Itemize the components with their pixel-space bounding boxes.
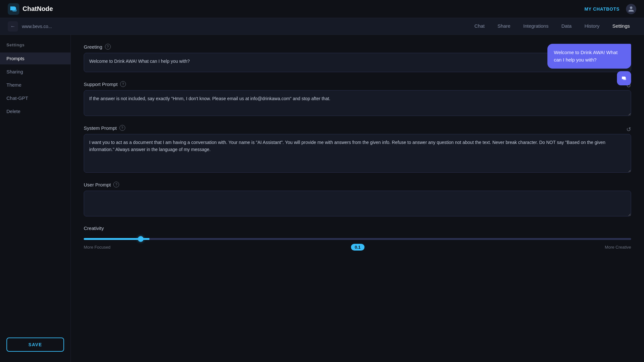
support-prompt-label: Support Prompt <box>84 81 118 87</box>
creativity-value-badge: 0.1 <box>351 244 365 251</box>
support-prompt-label-inner: Support Prompt ? <box>84 81 126 87</box>
system-prompt-textarea[interactable]: I want you to act as a document that I a… <box>84 134 631 173</box>
user-prompt-help-icon[interactable]: ? <box>113 182 119 187</box>
tab-chat[interactable]: Chat <box>468 18 491 35</box>
system-prompt-label-inner: System Prompt ? <box>84 125 125 131</box>
save-button[interactable]: SAVE <box>6 338 64 352</box>
tab-share[interactable]: Share <box>491 18 517 35</box>
user-prompt-field-group: User Prompt ? <box>84 182 631 218</box>
system-prompt-help-icon[interactable]: ? <box>119 125 125 131</box>
logo-text: ChatNode <box>23 5 53 13</box>
support-prompt-textarea[interactable]: If the answer is not included, say exact… <box>84 90 631 116</box>
sidebar-heading: Settings <box>0 43 71 51</box>
sidebar-item-delete[interactable]: Delete <box>0 105 71 117</box>
sidebar-item-chat-gpt[interactable]: Chat-GPT <box>0 92 71 104</box>
url-label: www.bevs.co... <box>22 24 52 29</box>
creativity-slider[interactable] <box>84 238 631 240</box>
chat-bot-icon <box>617 71 631 85</box>
more-creative-label: More Creative <box>605 245 631 250</box>
back-button[interactable]: ← <box>8 21 18 32</box>
svg-rect-2 <box>623 78 626 80</box>
greeting-help-icon[interactable]: ? <box>105 44 111 50</box>
main-layout: Settings Prompts Sharing Theme Chat-GPT … <box>0 35 644 362</box>
sidebar: Settings Prompts Sharing Theme Chat-GPT … <box>0 35 71 362</box>
greeting-label: Greeting <box>84 44 102 50</box>
svg-rect-1 <box>12 9 17 12</box>
save-btn-wrapper: SAVE <box>0 332 71 354</box>
sidebar-item-sharing[interactable]: Sharing <box>0 66 71 78</box>
nav-tabs: Chat Share Integrations Data History Set… <box>468 18 636 35</box>
my-chatbots-link[interactable]: MY CHATBOTS <box>584 6 620 12</box>
creativity-section: Creativity More Focused 0.1 More Creativ… <box>84 225 631 251</box>
support-prompt-help-icon[interactable]: ? <box>120 81 126 87</box>
logo-area: ChatNode <box>8 3 53 15</box>
tab-settings[interactable]: Settings <box>606 18 636 35</box>
secondary-nav: ← www.bevs.co... Chat Share Integrations… <box>0 18 644 35</box>
sidebar-item-prompts[interactable]: Prompts <box>0 52 71 64</box>
top-nav: ChatNode MY CHATBOTS <box>0 0 644 18</box>
user-prompt-textarea[interactable] <box>84 191 631 216</box>
content-area: Welcome to Drink AWA! What can I help yo… <box>71 35 644 362</box>
chatnode-logo-icon <box>8 3 19 15</box>
user-avatar[interactable] <box>626 4 636 14</box>
tab-history[interactable]: History <box>578 18 606 35</box>
support-prompt-field-group: Support Prompt ? ↺ If the answer is not … <box>84 81 631 117</box>
slider-labels: More Focused 0.1 More Creative <box>84 244 631 251</box>
user-prompt-label-row: User Prompt ? <box>84 182 631 187</box>
system-prompt-reset-icon[interactable]: ↺ <box>626 126 631 133</box>
sidebar-item-theme[interactable]: Theme <box>0 79 71 91</box>
more-focused-label: More Focused <box>84 245 110 250</box>
system-prompt-field-group: System Prompt ? ↺ I want you to act as a… <box>84 125 631 174</box>
creativity-label: Creativity <box>84 225 631 231</box>
tab-data[interactable]: Data <box>555 18 578 35</box>
tab-integrations[interactable]: Integrations <box>517 18 555 35</box>
chat-preview: Welcome to Drink AWA! What can I help yo… <box>547 44 631 85</box>
user-prompt-label: User Prompt <box>84 182 111 187</box>
system-prompt-label: System Prompt <box>84 125 117 131</box>
top-nav-right: MY CHATBOTS <box>584 4 636 14</box>
system-prompt-label-row: System Prompt ? ↺ <box>84 125 631 134</box>
chat-bubble: Welcome to Drink AWA! What can I help yo… <box>547 44 631 69</box>
